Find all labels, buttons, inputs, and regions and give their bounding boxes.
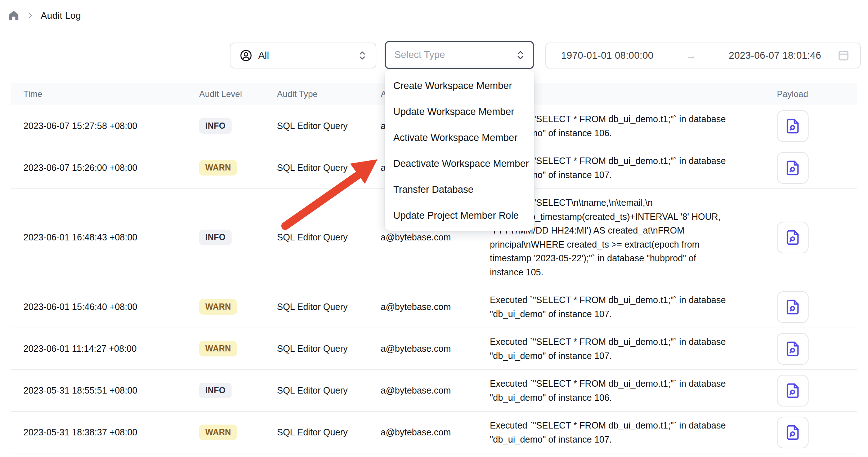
table-row: 2023-06-01 11:14:27 +08:00 WARN SQL Edit… (11, 328, 857, 370)
col-header-payload: Payload (767, 89, 857, 99)
audit-time: 2023-06-07 15:26:00 +08:00 (11, 163, 199, 173)
status-badge: WARN (199, 425, 237, 440)
file-search-icon (785, 230, 801, 245)
audit-time: 2023-06-01 15:46:40 +08:00 (11, 302, 199, 312)
audit-time: 2023-06-01 16:48:43 +08:00 (11, 232, 199, 243)
audit-actor: a@bytebase.com (381, 427, 479, 438)
col-header-level: Audit Level (199, 89, 277, 99)
audit-comment: Executed `"SELECT * FROM db_ui_demo.t1;"… (479, 370, 767, 411)
table-row: 2023-06-01 15:46:40 +08:00 WARN SQL Edit… (11, 286, 857, 328)
file-search-icon (785, 160, 801, 176)
audit-comment: Executed `"SELECT * FROM db_ui_demo.t1;"… (479, 412, 767, 453)
audit-actor: a@bytebase.com (381, 343, 479, 354)
file-search-icon (785, 341, 801, 357)
type-filter-placeholder: Select Type (394, 49, 445, 61)
status-badge: WARN (199, 299, 237, 315)
file-search-icon (785, 118, 801, 134)
file-search-icon (785, 299, 801, 315)
menu-item-deactivate-workspace-member[interactable]: Deactivate Workspace Member (385, 151, 534, 177)
menu-item-transfer-database[interactable]: Transfer Database (385, 177, 534, 203)
menu-item-activate-workspace-member[interactable]: Activate Workspace Member (385, 125, 534, 151)
audit-time: 2023-05-31 18:38:37 +08:00 (11, 427, 199, 438)
date-range-start: 1970-01-01 08:00:00 (561, 50, 653, 61)
view-payload-button[interactable] (777, 333, 809, 365)
audit-type: SQL Editor Query (277, 232, 381, 243)
audit-type: SQL Editor Query (277, 163, 381, 173)
page-title: Audit Log (41, 10, 81, 21)
audit-type: SQL Editor Query (277, 302, 381, 312)
audit-type: SQL Editor Query (277, 121, 381, 131)
breadcrumb: Audit Log (8, 9, 81, 22)
file-search-icon (785, 425, 801, 440)
status-badge: WARN (199, 160, 237, 176)
actor-filter-select[interactable]: All (230, 43, 376, 68)
home-icon[interactable] (8, 9, 20, 22)
type-filter-select[interactable]: Select Type (385, 41, 534, 69)
calendar-icon (837, 49, 850, 62)
status-badge: INFO (199, 230, 232, 245)
table-row: 2023-05-31 18:38:37 +08:00 WARN SQL Edit… (11, 412, 857, 453)
menu-item-update-project-member-role[interactable]: Update Project Member Role (385, 203, 534, 228)
menu-item-update-workspace-member[interactable]: Update Workspace Member (385, 99, 534, 125)
status-badge: INFO (199, 383, 232, 398)
status-badge: INFO (199, 118, 232, 134)
audit-comment: Executed `"SELECT * FROM db_ui_demo.t1;"… (479, 286, 767, 328)
audit-actor: a@bytebase.com (381, 385, 479, 396)
menu-item-create-workspace-member[interactable]: Create Workspace Member (385, 73, 534, 99)
chevrons-up-down-icon (515, 50, 526, 61)
date-range-end: 2023-06-07 18:01:46 (729, 50, 821, 61)
chevrons-up-down-icon (357, 50, 368, 61)
audit-actor: a@bytebase.com (381, 232, 479, 243)
audit-time: 2023-05-31 18:55:51 +08:00 (11, 385, 199, 396)
audit-type: SQL Editor Query (277, 385, 381, 396)
user-circle-icon (240, 49, 252, 62)
audit-time: 2023-06-07 15:27:58 +08:00 (11, 121, 199, 131)
table-row: 2023-05-31 18:55:51 +08:00 INFO SQL Edit… (11, 370, 857, 412)
audit-time: 2023-06-01 11:14:27 +08:00 (11, 343, 199, 354)
col-header-type: Audit Type (277, 89, 381, 99)
view-payload-button[interactable] (777, 222, 809, 253)
type-dropdown-menu: Create Workspace Member Update Workspace… (385, 70, 534, 231)
status-badge: WARN (199, 341, 237, 356)
audit-type: SQL Editor Query (277, 343, 381, 354)
next-row-partial (11, 453, 857, 457)
view-payload-button[interactable] (777, 375, 809, 407)
view-payload-button[interactable] (777, 110, 809, 142)
file-search-icon (785, 383, 801, 399)
actor-filter-value: All (258, 50, 269, 61)
audit-type: SQL Editor Query (277, 427, 381, 438)
date-range-picker[interactable]: 1970-01-01 08:00:00 → 2023-06-07 18:01:4… (545, 43, 861, 68)
view-payload-button[interactable] (777, 152, 809, 184)
view-payload-button[interactable] (777, 417, 809, 448)
view-payload-button[interactable] (777, 291, 809, 323)
col-header-time: Time (11, 89, 199, 99)
audit-comment: Executed `"SELECT * FROM db_ui_demo.t1;"… (479, 328, 767, 369)
arrow-right-icon: → (686, 49, 697, 62)
chevron-right-icon (26, 11, 35, 20)
audit-actor: a@bytebase.com (381, 302, 479, 312)
